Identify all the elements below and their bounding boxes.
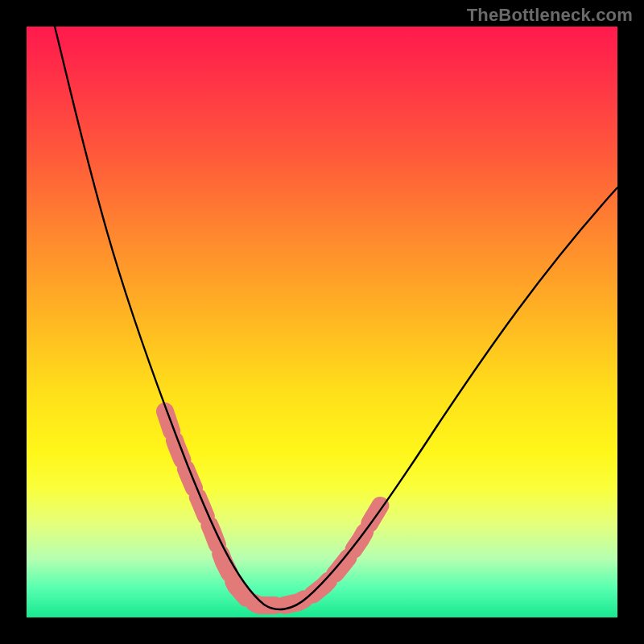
watermark-text: TheBottleneck.com [467, 5, 633, 26]
highlight-overlay-path [165, 411, 381, 605]
plot-area [27, 27, 617, 617]
chart-stage: TheBottleneck.com [0, 0, 644, 644]
main-curve-path [55, 27, 617, 609]
curve-layer [27, 27, 617, 617]
